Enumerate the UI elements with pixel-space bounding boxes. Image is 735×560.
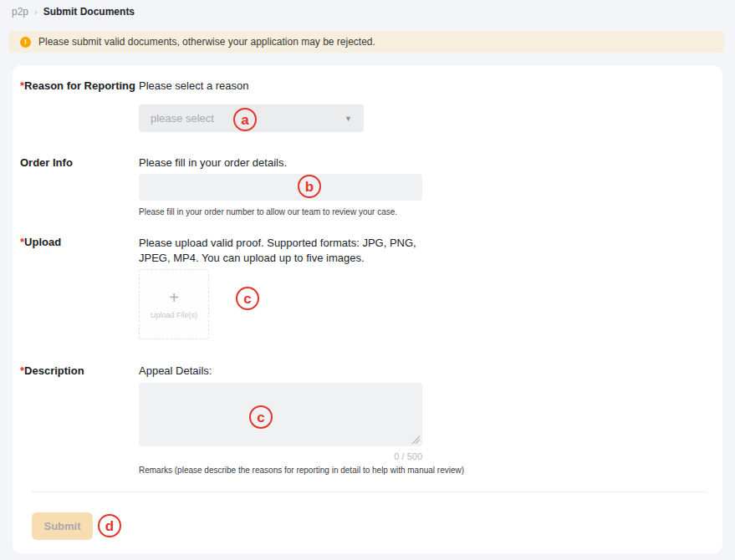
upload-label: *Upload bbox=[20, 236, 61, 248]
description-prompt: Appeal Details: bbox=[139, 364, 212, 377]
resize-handle-icon[interactable] bbox=[411, 435, 420, 444]
description-label: *Description bbox=[20, 364, 84, 377]
reason-prompt: Please select a reason bbox=[139, 79, 249, 92]
description-textarea-wrap bbox=[139, 383, 422, 446]
upload-prompt: Please upload valid proof. Supported for… bbox=[139, 236, 433, 266]
annotation-circle-b: b bbox=[298, 175, 321, 198]
annotation-circle-a: a bbox=[233, 108, 257, 131]
description-helper-text: Remarks (please describe the reasons for… bbox=[139, 466, 464, 475]
chevron-down-icon: ▼ bbox=[345, 115, 352, 123]
annotation-circle-c-upload: c bbox=[236, 287, 259, 310]
order-prompt: Please fill in your order details. bbox=[139, 156, 287, 169]
breadcrumb-separator-icon: › bbox=[34, 7, 38, 17]
warning-text: Please submit valid documents, otherwise… bbox=[38, 36, 375, 48]
breadcrumb-current-page: Submit Documents bbox=[43, 6, 135, 18]
warning-banner: ! Please submit valid documents, otherwi… bbox=[8, 31, 724, 53]
order-number-input[interactable] bbox=[139, 174, 422, 201]
description-textarea[interactable] bbox=[139, 383, 422, 446]
warning-icon: ! bbox=[20, 37, 31, 48]
upload-dropzone-label: Upload File(s) bbox=[151, 311, 197, 319]
submit-button[interactable]: Submit bbox=[32, 512, 93, 540]
annotation-circle-c-description: c bbox=[249, 405, 273, 429]
char-counter: 0 / 500 bbox=[139, 451, 422, 461]
footer-divider bbox=[31, 491, 707, 492]
breadcrumb: p2p › Submit Documents bbox=[12, 6, 135, 18]
plus-icon: + bbox=[169, 289, 179, 306]
annotation-circle-d: d bbox=[98, 514, 121, 537]
order-label: Order Info bbox=[20, 156, 73, 169]
submit-documents-card: *Reason for Reporting Please select a re… bbox=[13, 65, 722, 553]
reason-label: *Reason for Reporting bbox=[20, 79, 135, 92]
order-helper-text: Please fill in your order number to allo… bbox=[139, 207, 397, 216]
upload-dropzone[interactable]: + Upload File(s) bbox=[139, 269, 209, 339]
breadcrumb-item-p2p[interactable]: p2p bbox=[12, 6, 28, 18]
